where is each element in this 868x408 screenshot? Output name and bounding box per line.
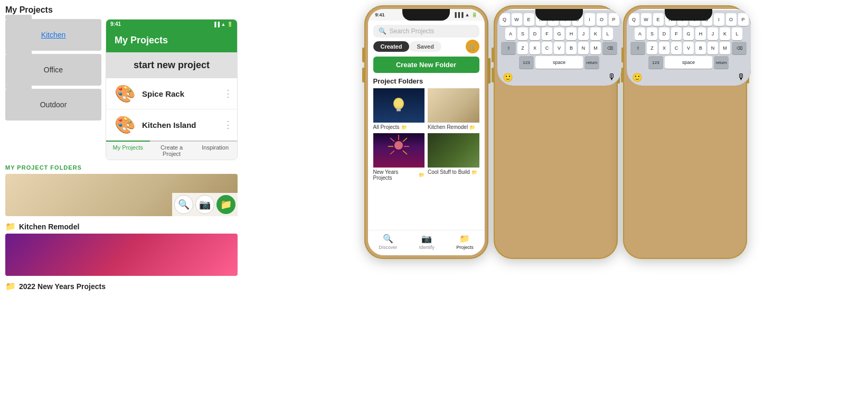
key-c[interactable]: C — [542, 42, 552, 54]
key3-w[interactable]: W — [641, 13, 652, 26]
key3-l[interactable]: L — [732, 27, 742, 40]
key-k[interactable]: K — [590, 27, 601, 40]
key3-q[interactable]: Q — [629, 13, 639, 26]
phone2-keyboard-row2: A S D F G H J K L — [498, 27, 620, 40]
key-g[interactable]: G — [554, 27, 564, 40]
key-backspace[interactable]: ⌫ — [602, 42, 617, 54]
folder-camera-btn[interactable]: 📷 — [195, 195, 214, 214]
phone3-keyboard-row2: A S D F G H J K L — [628, 27, 750, 40]
key3-s[interactable]: S — [647, 27, 657, 40]
key-return[interactable]: return — [584, 56, 599, 69]
phone1-folder-kitchen[interactable]: Kitchen Remodel 📁 — [428, 88, 479, 130]
key-l[interactable]: L — [602, 27, 613, 40]
small-tab-inspiration[interactable]: Inspiration — [193, 142, 237, 160]
key-v[interactable]: V — [554, 42, 564, 54]
proj-menu-1[interactable]: ⋮ — [223, 88, 233, 99]
key-m[interactable]: M — [590, 42, 601, 54]
key3-backspace[interactable]: ⌫ — [732, 42, 747, 54]
key-f[interactable]: F — [542, 27, 552, 40]
folder-newyears-icon2: 📁 — [419, 172, 424, 178]
small-tabs-bar: My Projects Create a Project Inspiration — [106, 141, 237, 160]
key3-g[interactable]: G — [683, 27, 694, 40]
key3-d[interactable]: D — [659, 27, 669, 40]
key3-c[interactable]: C — [671, 42, 682, 54]
phone1-folder-all[interactable]: All Projects 📁 — [373, 88, 425, 130]
key-h[interactable]: H — [566, 27, 577, 40]
phone1-cart-btn[interactable]: 🛒 — [466, 40, 479, 53]
key-p[interactable]: P — [609, 13, 619, 26]
key3-m[interactable]: M — [720, 42, 730, 54]
folder-kitchen[interactable]: Kitchen — [5, 19, 101, 51]
key3-k[interactable]: K — [720, 27, 730, 40]
wifi-icon: ▲ — [465, 12, 470, 17]
phone1-folder-cool[interactable]: Cool Stuff to Build 📁 — [428, 133, 479, 181]
folder-search-btn[interactable]: 🔍 — [174, 195, 193, 214]
phone1-nav-discover[interactable]: 🔍 Discover — [379, 234, 397, 250]
key-j[interactable]: J — [578, 27, 589, 40]
phone3-outer: 9:41 ▐▐▐ ▲ 🔋 🔍 Search Projects Created — [623, 5, 747, 259]
identify-icon: 📷 — [421, 234, 432, 244]
key-e[interactable]: E — [524, 13, 534, 26]
mic-icon3[interactable]: 🎙 — [737, 72, 746, 82]
key-d[interactable]: D — [530, 27, 540, 40]
key3-space[interactable]: space — [665, 56, 712, 69]
phone1-folder-newyears[interactable]: New Years Projects 📁 — [373, 133, 425, 181]
key-a[interactable]: A — [505, 27, 516, 40]
key3-f[interactable]: F — [671, 27, 682, 40]
phone1-create-folder-btn[interactable]: Create New Folder — [373, 57, 479, 73]
svg-line-8 — [403, 138, 407, 142]
folder-office[interactable]: Office — [5, 54, 101, 86]
key-123[interactable]: 123 — [519, 56, 534, 69]
key-x[interactable]: X — [530, 42, 540, 54]
phone1-nav-projects[interactable]: 📁 Projects — [456, 234, 474, 250]
key-shift[interactable]: ⇧ — [501, 42, 516, 54]
key3-z[interactable]: Z — [647, 42, 657, 54]
key3-x[interactable]: X — [659, 42, 669, 54]
key3-return[interactable]: return — [714, 56, 729, 69]
phone1-search-bar[interactable]: 🔍 Search Projects — [373, 25, 479, 38]
key-s[interactable]: S — [517, 27, 528, 40]
phone1-bottom-nav: 🔍 Discover 📷 Identify 📁 Projects — [368, 230, 485, 255]
key-i[interactable]: I — [584, 13, 595, 26]
phone1-tab-saved[interactable]: Saved — [409, 41, 441, 52]
phone2-keyboard[interactable]: Q W E R T Y U I O P A — [497, 10, 621, 86]
folder-add-btn[interactable]: 📁 — [216, 195, 235, 214]
project-spice-rack[interactable]: 🎨 Spice Rack ⋮ — [106, 78, 237, 109]
key3-123[interactable]: 123 — [648, 56, 663, 69]
key-b[interactable]: B — [566, 42, 577, 54]
key3-v[interactable]: V — [683, 42, 694, 54]
start-new-project[interactable]: start new project — [106, 52, 237, 78]
phone1-tab-created[interactable]: Created — [373, 41, 410, 52]
phone1-nav-identify[interactable]: 📷 Identify — [419, 234, 435, 250]
key3-j[interactable]: J — [707, 27, 718, 40]
identify-label: Identify — [419, 245, 435, 250]
key3-a[interactable]: A — [635, 27, 645, 40]
small-tab-myprojects[interactable]: My Projects — [106, 141, 150, 160]
folder-card-kitchen[interactable]: 🔍 📷 📁 — [5, 174, 238, 216]
mic-icon[interactable]: 🎙 — [608, 72, 616, 82]
folder-card-newyears[interactable] — [5, 234, 238, 276]
key3-p[interactable]: P — [738, 13, 749, 26]
emoji-icon3[interactable]: 🙂 — [632, 72, 643, 82]
project-kitchen-island[interactable]: 🎨 Kitchen Island ⋮ — [106, 109, 237, 141]
key3-o[interactable]: O — [726, 13, 737, 26]
key3-h[interactable]: H — [695, 27, 706, 40]
key3-shift[interactable]: ⇧ — [630, 42, 645, 54]
key3-n[interactable]: N — [707, 42, 718, 54]
key-z[interactable]: Z — [517, 42, 528, 54]
phone3-keyboard[interactable]: Q W E R T Y U I O P A — [627, 10, 751, 86]
key3-i[interactable]: I — [714, 13, 724, 26]
folder-kitchen-link[interactable]: Kitchen — [41, 31, 66, 39]
key-q[interactable]: Q — [499, 13, 510, 26]
emoji-icon[interactable]: 🙂 — [503, 72, 513, 82]
small-tab-create[interactable]: Create a Project — [150, 142, 194, 160]
proj-menu-2[interactable]: ⋮ — [223, 119, 233, 131]
key3-b[interactable]: B — [695, 42, 706, 54]
key-w[interactable]: W — [512, 13, 522, 26]
folder-outdoor[interactable]: Outdoor — [5, 89, 101, 120]
key-n[interactable]: N — [578, 42, 589, 54]
key-o[interactable]: O — [597, 13, 607, 26]
bulb-svg — [391, 96, 407, 115]
key-space[interactable]: space — [535, 56, 583, 69]
key3-e[interactable]: E — [653, 13, 664, 26]
